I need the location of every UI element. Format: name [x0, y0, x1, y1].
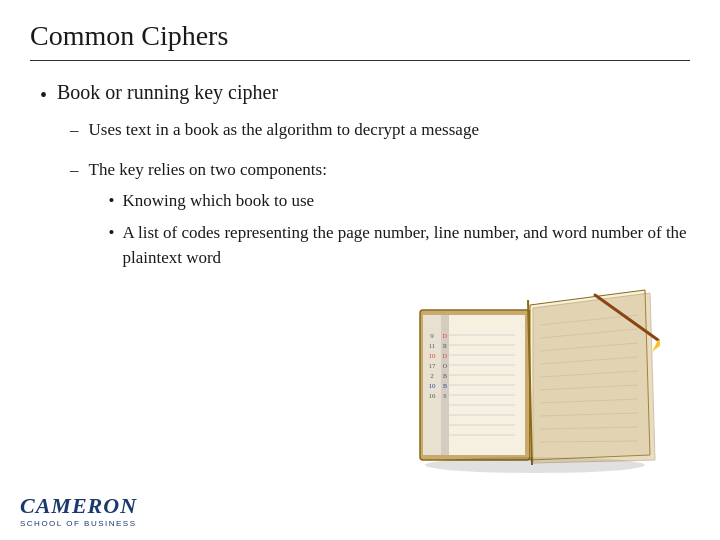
sub-bullet-2-text: A list of codes representing the page nu…	[122, 220, 690, 271]
book-svg: 9 11 10 17 2 10 16 D R D O B B S	[400, 280, 660, 480]
sub-item-2-content: The key relies on two components: • Know…	[89, 157, 691, 277]
svg-text:D: D	[443, 353, 448, 359]
svg-text:O: O	[443, 363, 448, 369]
svg-text:16: 16	[429, 392, 437, 400]
svg-text:11: 11	[429, 342, 436, 350]
svg-text:S: S	[443, 393, 446, 399]
sub-item-2-text: The key relies on two components:	[89, 160, 327, 179]
svg-text:10: 10	[429, 382, 437, 390]
main-bullet-text: Book or running key cipher	[57, 81, 278, 104]
slide: Common Ciphers • Book or running key cip…	[0, 0, 720, 540]
sub-item-1: – Uses text in a book as the algorithm t…	[70, 117, 690, 143]
cameron-logo: CAMERON School of Business	[20, 493, 137, 528]
sub-item-1-text: Uses text in a book as the algorithm to …	[89, 117, 479, 143]
svg-text:B: B	[443, 373, 447, 379]
svg-marker-44	[652, 340, 660, 352]
svg-text:17: 17	[429, 362, 437, 370]
slide-content: • Book or running key cipher – Uses text…	[30, 81, 690, 277]
book-illustration: 9 11 10 17 2 10 16 D R D O B B S	[400, 280, 660, 480]
svg-marker-42	[533, 293, 655, 463]
sub-bullet-1-text: Knowing which book to use	[122, 188, 314, 214]
dash-icon-1: –	[70, 117, 79, 143]
sub-items-list: – Uses text in a book as the algorithm t…	[70, 117, 690, 277]
sub-bullet-dot-1-icon: •	[109, 188, 115, 214]
svg-text:R: R	[443, 343, 447, 349]
sub-bullet-1: • Knowing which book to use	[109, 188, 691, 214]
bullet-dot-icon: •	[40, 81, 47, 109]
svg-text:9: 9	[430, 332, 434, 340]
sub-bullet-list: • Knowing which book to use • A list of …	[109, 188, 691, 271]
logo-subtitle-text: School of Business	[20, 519, 137, 528]
slide-title: Common Ciphers	[30, 20, 690, 61]
main-bullet-item: • Book or running key cipher	[40, 81, 690, 109]
svg-text:D: D	[443, 333, 448, 339]
logo-name-text: CAMERON	[20, 493, 137, 519]
svg-text:10: 10	[429, 352, 437, 360]
sub-bullet-2: • A list of codes representing the page …	[109, 220, 691, 271]
svg-text:2: 2	[430, 372, 434, 380]
dash-icon-2: –	[70, 157, 79, 183]
sub-bullet-dot-2-icon: •	[109, 220, 115, 246]
sub-item-2: – The key relies on two components: • Kn…	[70, 157, 690, 277]
svg-text:B: B	[443, 383, 447, 389]
